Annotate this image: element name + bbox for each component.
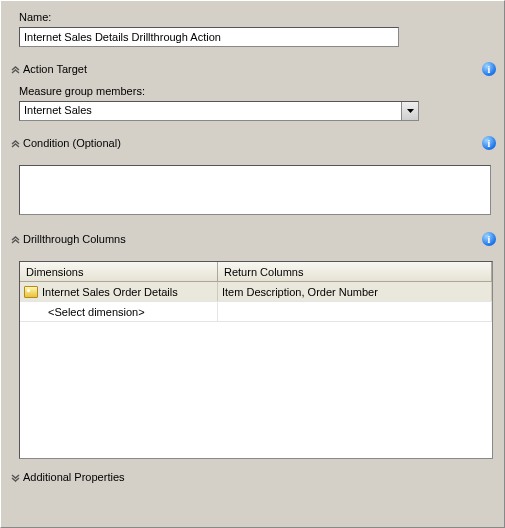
table-row-placeholder[interactable]: <Select dimension> xyxy=(20,302,492,322)
name-input[interactable] xyxy=(19,27,399,47)
section-title: Additional Properties xyxy=(23,471,125,483)
grid-header: Dimensions Return Columns xyxy=(20,262,492,282)
chevron-up-icon xyxy=(9,65,21,74)
chevron-up-icon xyxy=(9,235,21,244)
info-icon[interactable]: i xyxy=(482,232,496,246)
section-title: Drillthrough Columns xyxy=(23,233,126,245)
section-header-drillthrough[interactable]: Drillthrough Columns i xyxy=(9,231,496,247)
return-columns-cell: Item Description, Order Number xyxy=(222,286,378,298)
section-header-condition[interactable]: Condition (Optional) i xyxy=(9,135,496,151)
info-icon[interactable]: i xyxy=(482,62,496,76)
dimension-icon xyxy=(24,286,38,298)
measure-group-value: Internet Sales xyxy=(20,102,401,120)
name-label: Name: xyxy=(19,11,496,23)
section-title: Action Target xyxy=(23,63,87,75)
dimension-cell: Internet Sales Order Details xyxy=(42,286,178,298)
measure-group-select[interactable]: Internet Sales xyxy=(19,101,419,121)
measure-group-label: Measure group members: xyxy=(19,85,494,97)
section-header-action-target[interactable]: Action Target i xyxy=(9,61,496,77)
column-header-dimensions[interactable]: Dimensions xyxy=(20,262,218,281)
dropdown-button[interactable] xyxy=(401,102,418,120)
info-icon[interactable]: i xyxy=(482,136,496,150)
column-header-return-columns[interactable]: Return Columns xyxy=(218,262,492,281)
section-header-additional[interactable]: Additional Properties xyxy=(9,469,496,485)
select-dimension-placeholder: <Select dimension> xyxy=(48,306,145,318)
condition-input[interactable] xyxy=(19,165,491,215)
chevron-down-icon xyxy=(9,473,21,482)
chevron-up-icon xyxy=(9,139,21,148)
section-title: Condition (Optional) xyxy=(23,137,121,149)
table-row[interactable]: Internet Sales Order Details Item Descri… xyxy=(20,282,492,302)
drillthrough-grid[interactable]: Dimensions Return Columns Internet Sales… xyxy=(19,261,493,459)
